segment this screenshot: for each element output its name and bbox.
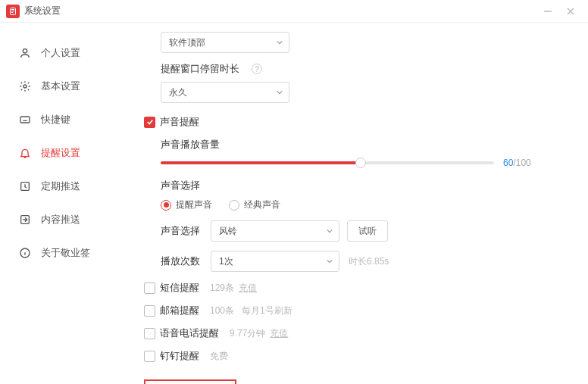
mail-remind-checkbox[interactable] — [144, 305, 155, 317]
titlebar: 系统设置 — [0, 0, 588, 23]
select-value: 软件顶部 — [169, 36, 205, 49]
chevron-down-icon — [277, 39, 283, 45]
radio-classic-sound[interactable]: 经典声音 — [229, 198, 280, 211]
select-value: 1次 — [219, 255, 233, 268]
radio-label: 经典声音 — [244, 198, 280, 211]
radio-label: 提醒声音 — [176, 198, 212, 211]
duration-text: 时长6.85s — [349, 255, 389, 268]
minimize-button[interactable] — [536, 0, 559, 23]
clock-icon — [18, 180, 32, 193]
radio-dot-icon — [229, 200, 239, 211]
sidebar-item-basic[interactable]: 基本设置 — [0, 70, 129, 103]
sidebar-item-label: 基本设置 — [41, 80, 80, 93]
chevron-down-icon — [277, 89, 283, 95]
select-value: 永久 — [169, 86, 187, 99]
sidebar-item-shortcut[interactable]: 快捷键 — [0, 103, 129, 136]
chevron-down-icon — [327, 228, 333, 234]
sound-choice-label: 声音选择 — [161, 180, 200, 191]
sidebar-item-schedule-push[interactable]: 定期推送 — [0, 170, 129, 203]
user-icon — [18, 46, 32, 60]
select-value: 风铃 — [219, 225, 237, 238]
send-icon — [18, 213, 32, 226]
play-count-select[interactable]: 1次 — [211, 251, 339, 272]
sidebar-item-label: 快捷键 — [41, 113, 70, 126]
play-count-label: 播放次数 — [161, 254, 203, 268]
sms-remind-label: 短信提醒 — [160, 281, 199, 295]
mail-refresh: 每月1号刷新 — [242, 304, 292, 317]
voice-count: 9.77分钟 — [230, 327, 265, 340]
volume-slider[interactable] — [161, 161, 494, 164]
sidebar-item-label: 关于敬业签 — [41, 246, 90, 260]
sound-select[interactable]: 风铃 — [211, 220, 339, 242]
stay-duration-select[interactable]: 永久 — [161, 82, 289, 103]
voice-remind-checkbox[interactable] — [144, 328, 155, 339]
volume-label: 声音播放音量 — [161, 139, 220, 150]
stay-duration-label: 提醒窗口停留时长 — [161, 62, 239, 76]
voice-remind-label: 语音电话提醒 — [160, 326, 219, 340]
sound-remind-label: 声音提醒 — [160, 115, 199, 129]
ding-free: 免费 — [210, 350, 228, 363]
svg-point-4 — [23, 85, 27, 88]
svg-point-3 — [23, 49, 27, 53]
app-logo — [6, 5, 20, 18]
gear-icon — [18, 80, 32, 93]
sms-count: 129条 — [210, 282, 234, 295]
sidebar-item-label: 定期推送 — [41, 180, 80, 193]
window-title: 系统设置 — [24, 5, 61, 17]
sidebar-item-label: 内容推送 — [41, 213, 80, 226]
radio-remind-sound[interactable]: 提醒声音 — [161, 198, 212, 211]
sidebar-item-remind[interactable]: 提醒设置 — [0, 136, 129, 170]
sidebar-item-personal[interactable]: 个人设置 — [0, 36, 129, 70]
svg-rect-5 — [20, 117, 30, 123]
voice-recharge-link[interactable]: 充值 — [270, 327, 288, 340]
volume-value-display: 60/100 — [503, 158, 531, 168]
close-button[interactable] — [559, 0, 582, 23]
position-select[interactable]: 软件顶部 — [161, 32, 289, 53]
important-interval-header-box: 重要事项间隔 ? — [144, 379, 236, 384]
mail-remind-label: 邮箱提醒 — [160, 304, 199, 317]
sidebar: 个人设置 基本设置 快捷键 提醒设置 定期推送 内容推送 关于敬业签 — [0, 23, 129, 384]
sound-remind-checkbox[interactable] — [144, 117, 155, 128]
chevron-down-icon — [327, 258, 333, 264]
radio-dot-icon — [161, 200, 171, 211]
help-icon[interactable]: ? — [252, 64, 262, 74]
info-icon — [18, 246, 32, 260]
slider-thumb[interactable] — [355, 158, 366, 168]
mail-count: 100条 — [210, 304, 234, 317]
keyboard-icon — [18, 113, 32, 126]
bell-icon — [18, 146, 32, 160]
sms-recharge-link[interactable]: 充值 — [239, 282, 257, 295]
sidebar-item-about[interactable]: 关于敬业签 — [0, 236, 129, 270]
ding-remind-checkbox[interactable] — [144, 351, 155, 362]
sidebar-item-content-push[interactable]: 内容推送 — [0, 203, 129, 236]
main-panel: 软件顶部 提醒窗口停留时长 ? 永久 声音提醒 声音播放音量 — [129, 23, 588, 384]
sidebar-item-label: 个人设置 — [41, 46, 80, 60]
sound-select-label: 声音选择 — [161, 224, 203, 238]
sms-remind-checkbox[interactable] — [144, 283, 155, 294]
sidebar-item-label: 提醒设置 — [41, 146, 80, 160]
try-listen-button[interactable]: 试听 — [347, 220, 388, 242]
ding-remind-label: 钉钉提醒 — [160, 349, 199, 363]
